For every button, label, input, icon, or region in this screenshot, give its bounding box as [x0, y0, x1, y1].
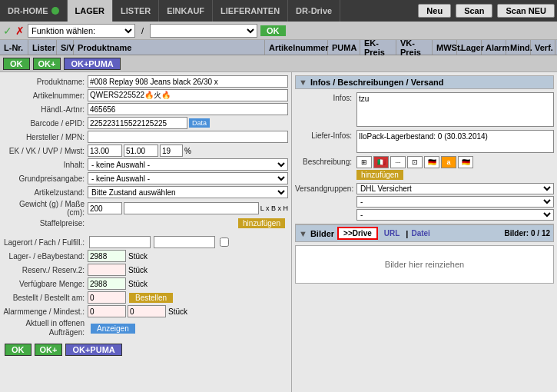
- lager-bestand-input[interactable]: [88, 250, 126, 262]
- toolbar2-ok-button[interactable]: OK: [260, 25, 286, 36]
- artikelnummer-label: Artikelnummer:: [3, 91, 88, 100]
- grundpreisangabe-label: Grundpreisangabe:: [3, 174, 88, 183]
- check-red[interactable]: ✗: [15, 25, 25, 37]
- desc-icon-amazon[interactable]: a: [441, 156, 456, 168]
- action-okpuma-button[interactable]: OK+PUMA: [64, 58, 120, 70]
- drop-zone-text: Bilder hier reinziehen: [385, 260, 464, 269]
- gewicht-input[interactable]: [88, 202, 122, 214]
- produktname-input[interactable]: [88, 75, 288, 88]
- artikelnummer-input[interactable]: [88, 89, 288, 101]
- desc-icon-table[interactable]: ⊞: [356, 156, 372, 168]
- images-header: ▼ Bilder >>Drive URL | Datei Bilder: 0 /…: [295, 224, 554, 242]
- haendl-artnr-label: Händl.-Artnr:: [3, 105, 88, 114]
- verfuegbar-input[interactable]: [88, 277, 126, 290]
- anzeigen-button[interactable]: Anzeigen: [91, 324, 135, 334]
- desc-icon-dots[interactable]: ···: [390, 156, 406, 168]
- desc-icon-table2[interactable]: ⊡: [407, 156, 423, 168]
- datei-link[interactable]: Datei: [411, 229, 429, 238]
- scan-button[interactable]: Scan: [456, 4, 492, 18]
- neu-button[interactable]: Neu: [418, 4, 451, 18]
- staffelpreise-label: Staffelpreise:: [3, 219, 88, 228]
- nav-lieferanten[interactable]: LIEFERANTEN: [213, 0, 288, 22]
- mindest-input[interactable]: [128, 305, 166, 317]
- right-section-header: ▼ Infos / Beschreibungen / Versand: [295, 75, 554, 89]
- lagerort-checkbox[interactable]: [220, 238, 229, 247]
- bestellen-button[interactable]: Bestellen: [129, 293, 173, 303]
- nav-einkauf[interactable]: EINKAUF: [159, 0, 213, 22]
- versand-select2[interactable]: -: [356, 196, 554, 208]
- grundpreisangabe-select[interactable]: - keine Auswahl -: [88, 172, 288, 184]
- staffel-hinzufuegen-button[interactable]: hinzufügen: [238, 218, 285, 228]
- beschreibung-hinzufuegen-button[interactable]: hinzufügen: [356, 170, 403, 180]
- barcode-label: Barcode / ePID:: [3, 119, 88, 128]
- gewicht-label: Gewicht (g) / Maße (cm):: [3, 200, 88, 217]
- toolbar2-select2[interactable]: [150, 24, 257, 38]
- versand-select1[interactable]: DHL Versichert: [356, 183, 554, 194]
- staffelpreise-row: Staffelpreise: hinzufügen: [3, 218, 288, 228]
- artikelzustand-select[interactable]: Bitte Zustand auswählen: [88, 186, 288, 198]
- haendl-artnr-input[interactable]: [88, 103, 288, 115]
- ek-vk-label: EK / VK / UVP / Mwst:: [3, 147, 88, 155]
- scan-neu-button[interactable]: Scan NEU: [497, 4, 555, 18]
- artikelzustand-label: Artikelzustand:: [3, 188, 88, 197]
- infos-textarea[interactable]: [356, 92, 554, 127]
- data-button[interactable]: Data: [189, 118, 210, 128]
- nav-lister[interactable]: LISTER: [113, 0, 159, 22]
- reserv-input[interactable]: [88, 264, 126, 276]
- liefer-label: Liefer-Infos:: [295, 130, 356, 140]
- check-green[interactable]: ✓: [3, 25, 12, 37]
- inhalt-select[interactable]: - keine Auswahl -: [88, 158, 288, 171]
- inhalt-label: Inhalt:: [3, 161, 88, 169]
- bilder-count: Bilder: 0 / 12: [505, 229, 550, 238]
- barcode-input[interactable]: [88, 117, 187, 129]
- bestellt-row: Bestellt / Bestellt am: Bestellen: [3, 291, 288, 304]
- images-title: Bilder: [310, 229, 334, 238]
- bestellt-input[interactable]: [88, 291, 126, 304]
- liefer-textarea[interactable]: [356, 130, 554, 153]
- url-link[interactable]: URL: [384, 229, 400, 238]
- artikelzustand-row: Artikelzustand: Bitte Zustand auswählen: [3, 186, 288, 198]
- desc-icon-flag2[interactable]: 🇩🇪: [424, 156, 439, 168]
- image-drop-zone[interactable]: Bilder hier reinziehen: [295, 245, 554, 284]
- produktname-row: Produktname:: [3, 75, 288, 88]
- hersteller-input[interactable]: [88, 131, 288, 143]
- artikelnummer-row: Artikelnummer:: [3, 89, 288, 101]
- separator1: [3, 230, 288, 236]
- alarm-input[interactable]: [88, 305, 126, 317]
- grundpreisangabe-row: Grundpreisangabe: - keine Auswahl -: [3, 172, 288, 184]
- images-section: ▼ Bilder >>Drive URL | Datei Bilder: 0 /…: [295, 224, 554, 284]
- column-headers: L-Nr. Lister S/V Produktname Artikelnumm…: [0, 40, 557, 55]
- bottom-okplus-button[interactable]: OK+: [35, 344, 63, 356]
- col-ek-preis: EK-Preis: [362, 40, 396, 55]
- versandgruppen-label: Versandgruppen:: [295, 183, 356, 193]
- inhalt-row: Inhalt: - keine Auswahl -: [3, 158, 288, 171]
- funktion-select[interactable]: Funktion wählen:: [28, 24, 135, 38]
- vk-input[interactable]: [124, 145, 158, 157]
- desc-icon-flag-it[interactable]: 🇮🇹: [373, 156, 389, 168]
- lagerort-input2[interactable]: [154, 236, 215, 248]
- infos-label: Infos:: [295, 92, 356, 102]
- beschreibung-label: Beschreibung:: [295, 156, 356, 166]
- drive-button[interactable]: >>Drive: [337, 227, 378, 240]
- nav-dr-drive[interactable]: DR-Drive: [288, 0, 340, 22]
- action-okplus-button[interactable]: OK+: [33, 58, 61, 70]
- action-ok-button[interactable]: OK: [3, 58, 30, 70]
- masse-input[interactable]: [124, 202, 259, 214]
- alarm-unit: Stück: [168, 307, 187, 316]
- lagerort-input1[interactable]: [89, 236, 151, 248]
- bottom-ok-button[interactable]: OK: [5, 344, 31, 356]
- pct-input[interactable]: [160, 145, 183, 157]
- reserv-row: Reserv./ Reserv.2: Stück: [3, 264, 288, 276]
- versand-select3[interactable]: -: [356, 209, 554, 221]
- nav-dr-home[interactable]: DR-HOME: [0, 0, 68, 22]
- desc-icon-flag3[interactable]: 🇩🇪: [458, 156, 473, 168]
- bottom-okpuma-button[interactable]: OK+PUMA: [65, 344, 121, 356]
- nav-lager[interactable]: LAGER: [68, 0, 114, 22]
- col-mwst: MWSt.: [434, 40, 457, 55]
- lagerort-label: Lagerort / Fach / Fulfill.:: [3, 238, 88, 247]
- ek-input[interactable]: [88, 145, 122, 157]
- top-nav: DR-HOME LAGER LISTER EINKAUF LIEFERANTEN…: [0, 0, 557, 22]
- col-mind: Mind.: [508, 40, 531, 55]
- infos-row: Infos:: [295, 92, 554, 127]
- section-arrow-icon: ▼: [299, 78, 307, 87]
